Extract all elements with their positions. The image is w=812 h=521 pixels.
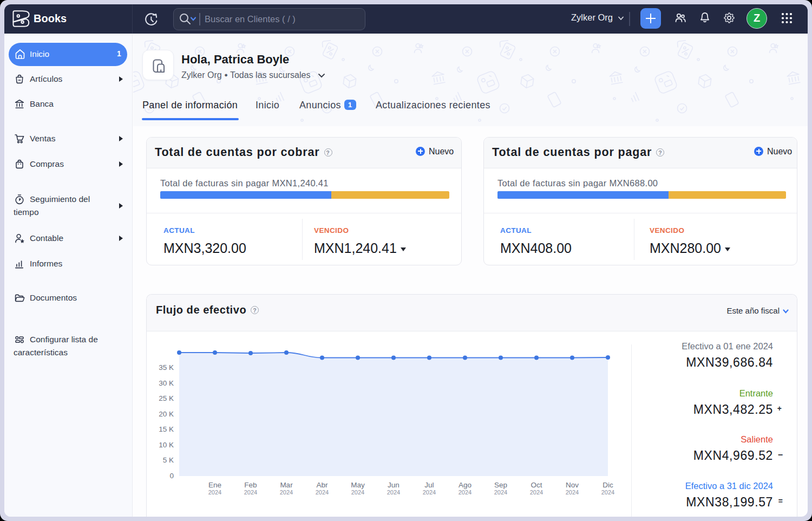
svg-text:2024: 2024 [601, 489, 614, 496]
svg-text:2024: 2024 [244, 489, 257, 496]
svg-text:Jun: Jun [388, 481, 400, 489]
svg-text:2024: 2024 [387, 489, 400, 496]
svg-text:10 K: 10 K [159, 441, 174, 449]
svg-text:2024: 2024 [566, 489, 579, 496]
svg-text:Dic: Dic [603, 481, 613, 489]
svg-text:2024: 2024 [280, 489, 293, 496]
svg-text:Feb: Feb [244, 481, 257, 489]
svg-text:15 K: 15 K [159, 425, 174, 433]
svg-text:Ago: Ago [459, 481, 472, 489]
svg-text:2024: 2024 [494, 489, 507, 496]
svg-text:Ene: Ene [208, 481, 221, 489]
svg-text:2024: 2024 [423, 489, 436, 496]
svg-text:Mar: Mar [280, 481, 293, 489]
svg-text:35 K: 35 K [159, 363, 174, 372]
svg-text:May: May [351, 481, 365, 489]
svg-text:Oct: Oct [531, 481, 542, 489]
svg-text:Sep: Sep [494, 481, 507, 489]
svg-text:2024: 2024 [316, 489, 329, 496]
svg-text:2024: 2024 [351, 489, 364, 496]
svg-text:2024: 2024 [208, 489, 221, 496]
svg-text:2024: 2024 [530, 489, 543, 496]
svg-text:0: 0 [169, 472, 174, 480]
svg-text:Abr: Abr [316, 481, 328, 489]
svg-text:20 K: 20 K [159, 410, 174, 418]
svg-text:2024: 2024 [459, 489, 472, 496]
svg-text:30 K: 30 K [159, 379, 174, 387]
svg-text:25 K: 25 K [159, 394, 174, 402]
svg-text:Jul: Jul [424, 481, 434, 489]
svg-text:Nov: Nov [566, 481, 579, 489]
svg-text:5 K: 5 K [163, 456, 174, 464]
